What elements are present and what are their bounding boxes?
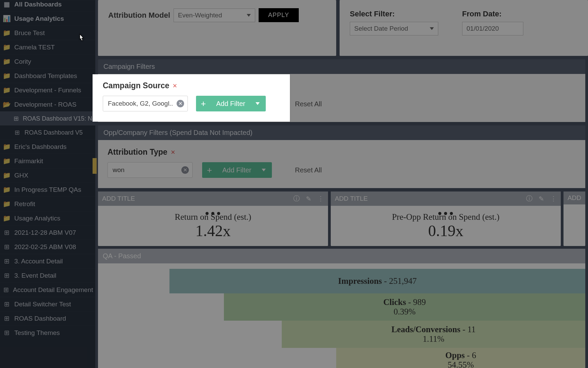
edit-icon[interactable]: ✎ [306,195,311,203]
sidebar-item-account-detail[interactable]: ⊞ 3. Account Detail [0,254,95,268]
dashboard-icon: ⊞ [3,315,10,322]
loading-indicator [438,212,453,215]
sidebar-item-event-detail[interactable]: ⊞ 3. Event Detail [0,268,95,282]
plus-icon: + [207,165,212,175]
from-date-input[interactable]: 01/01/2020 [462,22,523,35]
sidebar-item-label: 3. Account Detail [14,258,63,265]
sidebar-folder-ghx[interactable]: 📁 GHX [0,168,95,182]
dashboard-icon: ⊞ [3,257,10,265]
dashboard-icon: ⊞ [3,243,10,251]
sidebar-item-roas-v5[interactable]: ⊞ ROAS Dashboard V5 [0,125,95,139]
sidebar-folder-fairmarkit[interactable]: 📁 Fairmarkit [0,154,95,168]
add-filter-label: Add Filter [222,166,251,174]
clear-icon[interactable]: ✕ [181,166,189,174]
sidebar-folder-cority[interactable]: 📁 Cority [0,54,95,68]
loading-indicator [206,212,220,215]
attribution-card: Attribution Model Even-Weighted APPLY [98,0,336,56]
funnel-row-opps: Opps - 6 54.55% [336,348,585,368]
sidebar-item-label: 3. Event Detail [14,272,56,279]
kpi-row: ADD TITLE ⓘ ✎ ⋮ Return on Spend (est.) 1… [98,191,585,246]
attribution-type-title: Attribution Type [108,148,167,157]
sidebar-item-label: Bruce Test [14,29,45,37]
reset-all-link[interactable]: Reset All [295,166,322,174]
sidebar-folder-dashboard-templates[interactable]: 📁 Dashboard Templates [0,68,95,83]
more-icon[interactable]: ⋮ [317,195,324,203]
add-filter-button[interactable]: + Add Filter [196,96,266,111]
sidebar-item-roas-dashboard[interactable]: ⊞ ROAS Dashboard [0,311,95,325]
kpi-title[interactable]: ADD TITLE [102,195,135,202]
folder-icon: 📁 [3,214,10,222]
sidebar-item-detail-switcher-test[interactable]: ⊞ Detail Switcher Test [0,297,95,311]
add-filter-button[interactable]: + Add Filter [202,162,272,178]
kpi-title[interactable]: ADD TITLE [335,195,368,202]
info-icon[interactable]: ⓘ [526,194,533,203]
sidebar-item-usage-analytics[interactable]: 📊 Usage Analytics [0,11,95,26]
select-filter-label: Select Filter: [350,10,438,18]
funnel-row-impressions: Impressions - 251,947 [169,269,585,293]
from-date-value: 01/01/2020 [467,25,499,32]
plus-icon: + [201,98,206,109]
dashboard-icon: ⊞ [14,129,20,136]
attribution-model-select[interactable]: Even-Weighted [174,9,255,22]
kpi-value: 0.19x [428,222,463,240]
funnel-pct: 0.39% [394,307,416,317]
sidebar-item-label: Detail Switcher Test [14,301,71,308]
sidebar-item-label: Fairmarkit [14,157,43,165]
chevron-down-icon [262,169,266,171]
funnel-row-clicks: Clicks - 989 0.39% [224,293,585,321]
attribution-type-input[interactable]: won ✕ [108,162,193,178]
kpi-title[interactable]: ADD [568,194,581,202]
date-period-select[interactable]: Select Date Period [350,22,438,35]
more-icon[interactable]: ⋮ [550,195,557,203]
reset-all-link[interactable]: Reset All [295,100,322,108]
sidebar-item-label: Testing Themes [14,329,60,337]
sidebar-folder-erics-dashboards[interactable]: 📁 Eric's Dashboards [0,139,95,154]
apply-button[interactable]: APPLY [259,8,299,22]
sidebar-folder-retrofit[interactable]: 📁 Retrofit [0,197,95,211]
folder-icon: 📁 [3,86,10,94]
sidebar-item-label: Dashboard Templates [14,72,77,80]
chevron-down-icon [430,27,434,30]
folder-open-icon: 📂 [3,101,10,108]
sidebar-folder-development-funnels[interactable]: 📁 Development - Funnels [0,83,95,97]
clear-icon[interactable]: ✕ [177,100,184,107]
info-icon[interactable]: ⓘ [293,194,300,203]
kpi-card-truncated: ADD [564,191,585,246]
sidebar-folder-development-roas[interactable]: 📂 Development - ROAS [0,97,95,111]
sidebar-item-all-dashboards[interactable]: ▦ All Dashboards [0,0,95,11]
sidebar-item-abm-v07[interactable]: ⊞ 2021-12-28 ABM V07 [0,225,95,240]
funnel-pct: 1.11% [423,334,444,344]
opp-filters-body: Attribution Type × won ✕ + Add Filter Re… [98,140,585,188]
funnel-pct: 54.55% [447,360,474,368]
sidebar-item-roas-v15[interactable]: ⊞ ROAS Dashboard V15: Ne... [0,111,95,125]
sidebar-item-abm-v08[interactable]: ⊞ 2022-02-25 ABM V08 [0,240,95,254]
sidebar-item-label: 2022-02-25 ABM V08 [14,243,76,251]
folder-icon: 📁 [3,58,10,65]
sidebar-item-label: Usage Analytics [14,215,60,222]
sidebar-item-label: Usage Analytics [14,15,64,22]
remove-filter-button[interactable]: × [171,148,175,157]
remove-filter-button[interactable]: × [173,81,177,90]
folder-icon: 📁 [3,29,10,37]
sidebar: ▦ All Dashboards 📊 Usage Analytics 📁 Bru… [0,0,95,368]
sidebar-folder-usage-analytics-2[interactable]: 📁 Usage Analytics [0,211,95,225]
sidebar-folder-in-progress-temp-qas[interactable]: 📁 In Progress TEMP QAs [0,182,95,197]
cursor-pointer-icon [77,33,86,44]
sidebar-item-label: Eric's Dashboards [14,143,67,151]
campaign-source-input[interactable]: Facebook, G2, Googl.. ✕ [103,96,188,111]
sidebar-item-account-detail-engagement[interactable]: ⊞ Account Detail Engagement [0,282,95,297]
drag-handle[interactable] [93,158,97,174]
sidebar-item-label: ROAS Dashboard V15: Ne... [23,115,95,122]
folder-icon: 📁 [3,43,10,51]
funnel-header: QA - Passed [98,249,585,263]
sidebar-item-label: 2021-12-28 ABM V07 [14,229,76,236]
sidebar-item-testing-themes[interactable]: ⊞ Testing Themes [0,325,95,340]
campaign-filters-header: Campaign Filters [98,59,585,74]
kpi-card-return-on-spend: ADD TITLE ⓘ ✎ ⋮ Return on Spend (est.) 1… [98,191,328,246]
kpi-card-preopp-return: ADD TITLE ⓘ ✎ ⋮ Pre-Opp Return on Spend … [331,191,561,246]
sidebar-item-label: All Dashboards [14,1,62,8]
sidebar-item-label: Development - Funnels [14,87,81,94]
dashboard-icon: ⊞ [14,115,19,122]
edit-icon[interactable]: ✎ [539,195,544,203]
date-filter-card: Select Filter: Select Date Period From D… [340,0,588,56]
